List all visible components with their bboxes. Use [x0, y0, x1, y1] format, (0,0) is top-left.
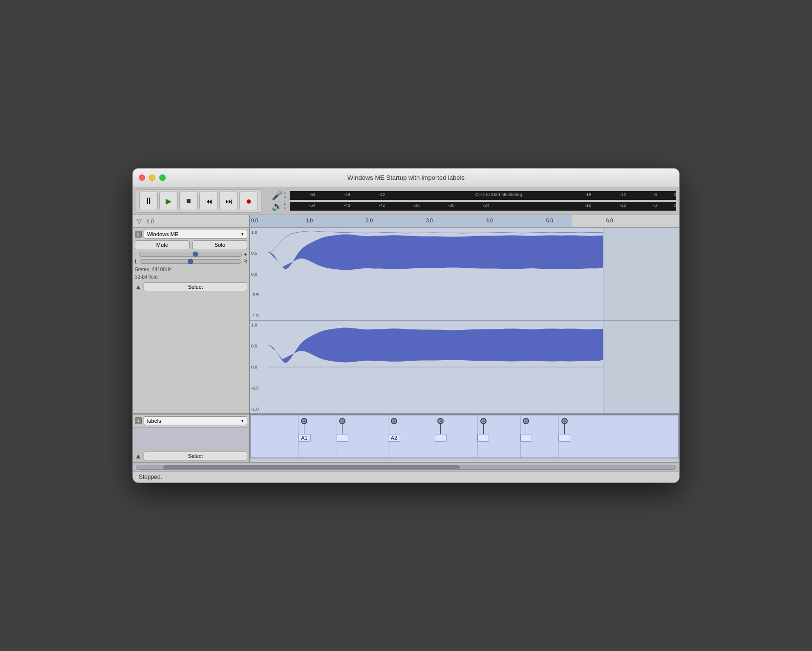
skip-forward-button[interactable]: ⏭ — [219, 192, 238, 210]
timeline-ruler-row: ▽ -1.0 0.0 1.0 2.0 3.0 4.0 5.0 6.0 — [133, 215, 679, 228]
waveform-ch1-grey — [603, 228, 679, 320]
labels-ctrl-body — [133, 428, 249, 450]
track-1-mute-btn[interactable]: Mute — [135, 240, 190, 249]
label-stem-5 — [483, 424, 484, 434]
label-divider-2 — [337, 415, 337, 457]
record-button[interactable]: ● — [239, 192, 258, 210]
label-divider-6 — [520, 415, 521, 457]
output-channel-r: R — [284, 206, 289, 211]
track-1-close-btn[interactable]: x — [135, 231, 142, 238]
playhead-1 — [603, 228, 603, 320]
labels-close-btn[interactable]: x — [135, 417, 142, 424]
vu-meters: 🎤 L R -54 -48 -42 Click to Start Monitor… — [270, 189, 676, 213]
track-1-bottom-row: ▲ Select — [135, 282, 247, 291]
play-button[interactable]: ▶ — [159, 192, 178, 210]
titlebar: Windows ME Startup with imported labels — [133, 169, 679, 187]
minimize-button[interactable] — [149, 174, 155, 181]
labels-canvas[interactable]: A1 A2 — [250, 414, 679, 458]
label-box-5[interactable] — [477, 434, 489, 442]
gain-slider[interactable] — [139, 252, 242, 257]
label-box-4[interactable] — [435, 434, 447, 442]
label-stem-7 — [564, 424, 565, 434]
track-1-select-btn[interactable]: Select — [144, 282, 247, 291]
label-marker-A2: A2 — [388, 418, 400, 442]
track-info-line2: 32-bit float — [135, 273, 247, 281]
gain-thumb — [193, 252, 198, 257]
scrollbar-thumb — [163, 465, 460, 469]
output-channels: L R — [284, 202, 289, 211]
waveform-ch1[interactable]: 1.0 0.5 0.0 -0.5 -1.0 — [250, 228, 679, 321]
waveform-ch2-grey — [603, 321, 679, 413]
label-stem-A2 — [394, 424, 394, 434]
pan-slider[interactable] — [140, 259, 241, 264]
labels-expand-btn[interactable]: ▲ — [135, 452, 142, 460]
label-stem-A1 — [304, 424, 304, 434]
label-marker-A1: A1 — [298, 418, 310, 442]
labels-select-btn[interactable]: Select — [144, 452, 247, 460]
input-channel-r: R — [284, 195, 289, 200]
traffic-lights — [139, 174, 166, 181]
pan-left-label: L — [135, 259, 138, 264]
gain-plus-label: + — [244, 251, 247, 257]
scrollbar-area — [133, 462, 679, 471]
y-center: 0.0 — [251, 272, 269, 277]
label-divider-5 — [477, 415, 478, 457]
horizontal-scrollbar[interactable] — [136, 465, 676, 470]
pause-button[interactable]: ⏸ — [139, 192, 158, 210]
tracks-area: x Windows ME ▾ Mute Solo - + — [133, 228, 679, 462]
ruler-1: 1.0 — [306, 218, 313, 223]
track-info-line1: Stereo, 44100Hz — [135, 266, 247, 273]
label-marker-6 — [520, 418, 532, 442]
track-1-solo-btn[interactable]: Solo — [192, 240, 247, 249]
waveform-ch1-svg — [268, 228, 603, 320]
labels-name: labels — [147, 418, 161, 424]
output-meter-display[interactable]: -54 -48 -42 -36 -30 -24 -18 -12 -6 0 — [290, 202, 676, 211]
y2-center: 0.0 — [251, 365, 269, 369]
ruler-4: 4.0 — [486, 218, 493, 223]
pan-right-label: R — [243, 259, 247, 264]
track-1-controls: x Windows ME ▾ Mute Solo - + — [133, 228, 250, 413]
label-pin-A2 — [391, 418, 397, 424]
input-meter-display[interactable]: -54 -48 -42 Click to Start Monitoring -1… — [290, 191, 676, 200]
main-window: Windows ME Startup with imported labels … — [132, 168, 680, 483]
label-box-A2[interactable]: A2 — [388, 434, 400, 442]
pan-thumb — [188, 259, 193, 264]
track-1-expand-btn[interactable]: ▲ — [135, 283, 142, 291]
ruler-6: 6.0 — [606, 218, 613, 223]
y-bottom: -1.0 — [251, 313, 269, 318]
close-button[interactable] — [139, 174, 145, 181]
waveform-ch2[interactable]: 1.0 0.5 0.0 -0.5 -1.0 — [250, 321, 679, 413]
label-divider-3 — [388, 415, 388, 457]
maximize-button[interactable] — [159, 174, 166, 181]
ruler-5: 5.0 — [546, 218, 553, 223]
y-top: 1.0 — [251, 230, 269, 235]
labels-name-dropdown[interactable]: labels ▾ — [144, 416, 247, 425]
track-1-info: Stereo, 44100Hz 32-bit float — [135, 266, 247, 281]
ruler-3: 3.0 — [426, 218, 433, 223]
timeline-ruler[interactable]: 0.0 1.0 2.0 3.0 4.0 5.0 6.0 — [250, 215, 679, 227]
labels-track-row: x labels ▾ ▲ Select — [133, 414, 679, 462]
playhead-2 — [603, 321, 603, 413]
label-marker-4 — [435, 418, 447, 442]
label-divider-7 — [558, 415, 559, 457]
label-box-7[interactable] — [558, 434, 570, 442]
labels-dropdown-arrow: ▾ — [241, 418, 244, 423]
label-box-6[interactable] — [520, 434, 532, 442]
input-meter-row[interactable]: 🎤 L R -54 -48 -42 Click to Start Monitor… — [270, 191, 676, 200]
label-pin-7 — [561, 418, 568, 424]
stop-button[interactable]: ■ — [179, 192, 198, 210]
skip-back-button[interactable]: ⏮ — [199, 192, 218, 210]
label-pin-A1 — [301, 418, 307, 424]
window-title: Windows ME Startup with imported labels — [347, 174, 465, 181]
label-pin-2 — [339, 418, 345, 424]
label-stem-2 — [342, 424, 342, 434]
track-1-name: Windows ME — [147, 231, 178, 237]
label-box-A1[interactable]: A1 — [298, 434, 310, 442]
label-pin-5 — [480, 418, 487, 424]
track-1-name-dropdown[interactable]: Windows ME ▾ — [144, 230, 247, 239]
output-meter-row[interactable]: 🔊 L R -54 -48 -42 -36 -30 -24 -18 -12 -6… — [270, 201, 676, 211]
label-box-2[interactable] — [337, 434, 348, 442]
label-pin-4 — [437, 418, 444, 424]
y-axis-ch2: 1.0 0.5 0.0 -0.5 -1.0 — [251, 321, 269, 413]
label-divider-4 — [435, 415, 435, 457]
